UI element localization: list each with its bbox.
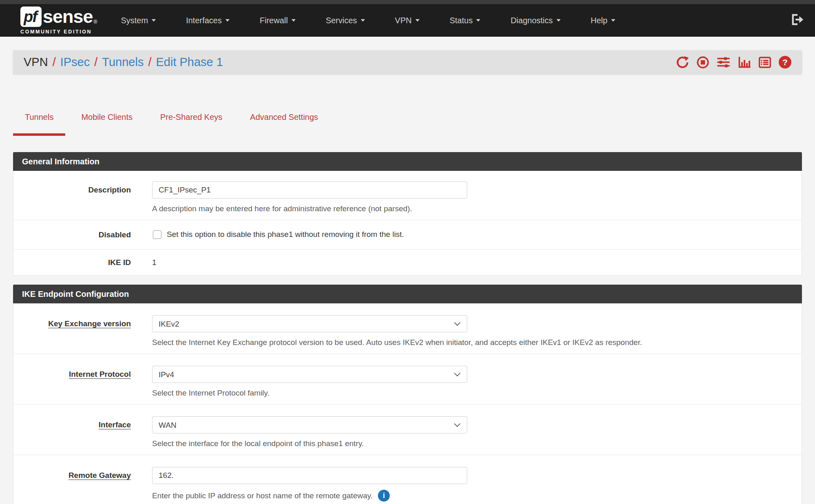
description-help: A description may be entered here for ad… (152, 204, 802, 213)
nav-item-services[interactable]: Services (326, 16, 365, 25)
pfsense-logo-row: pf sense ® (20, 6, 97, 27)
nav-item-interfaces[interactable]: Interfaces (186, 16, 230, 25)
form-row-ike-id: IKE ID 1 (13, 250, 802, 275)
internet-protocol-field: IPv4 Select the Internet Protocol family… (152, 366, 802, 398)
internet-protocol-select[interactable]: IPv4 (152, 366, 467, 383)
description-label: Description (13, 181, 131, 213)
description-field: A description may be entered here for ad… (152, 181, 802, 213)
internet-protocol-label: Internet Protocol (13, 366, 131, 398)
caret-down-icon (152, 19, 156, 22)
tab-pre-shared-keys[interactable]: Pre-Shared Keys (148, 109, 234, 136)
breadcrumb-item-vpn: VPN (24, 55, 48, 69)
nav-item-diagnostics-label: Diagnostics (510, 16, 552, 25)
remote-gateway-label: Remote Gateway (13, 467, 131, 502)
key-exchange-select-wrap: IKEv2 (152, 315, 467, 332)
refresh-icon[interactable] (676, 56, 689, 69)
form-row-disabled: Disabled Set this option to disable this… (13, 220, 802, 250)
ike-endpoint-header: IKE Endpoint Configuration (13, 285, 802, 303)
general-information-panel: Description A description may be entered… (13, 171, 802, 276)
remote-gateway-field: Enter the public IP address or host name… (152, 467, 802, 502)
ike-id-field: 1 (152, 258, 802, 267)
key-exchange-label: Key Exchange version (13, 315, 131, 347)
tab-bar: Tunnels Mobile Clients Pre-Shared Keys A… (13, 74, 802, 136)
tab-advanced-settings[interactable]: Advanced Settings (238, 109, 330, 136)
nav-item-vpn[interactable]: VPN (395, 16, 420, 25)
navbar-menu: System Interfaces Firewall Services VPN … (121, 16, 615, 25)
disabled-checkbox[interactable] (153, 230, 161, 239)
breadcrumb-bar: VPN / IPsec / Tunnels / Edit Phase 1 (13, 50, 802, 74)
breadcrumb-separator: / (94, 55, 97, 69)
key-exchange-select[interactable]: IKEv2 (152, 315, 467, 332)
general-information-section: General Information Description A descri… (13, 152, 802, 276)
ike-id-label: IKE ID (13, 258, 131, 267)
nav-item-help[interactable]: Help (591, 16, 615, 25)
caret-down-icon (361, 19, 365, 22)
help-icon[interactable]: ? (779, 56, 791, 69)
nav-item-status-label: Status (450, 16, 473, 25)
remote-gateway-input[interactable] (152, 467, 467, 484)
main-navbar: pf sense ® COMMUNITY EDITION System Inte… (0, 4, 815, 37)
remote-gateway-help-row: Enter the public IP address or host name… (152, 490, 802, 502)
caret-down-icon (415, 19, 420, 22)
key-exchange-help: Select the Internet Key Exchange protoco… (152, 338, 802, 347)
interface-select-wrap: WAN (152, 416, 467, 433)
caret-down-icon (557, 19, 561, 22)
nav-item-status[interactable]: Status (450, 16, 481, 25)
stop-icon[interactable] (696, 56, 709, 69)
log-icon[interactable] (758, 56, 771, 69)
logout-button[interactable] (790, 13, 804, 28)
nav-item-interfaces-label: Interfaces (186, 16, 222, 25)
nav-item-services-label: Services (326, 16, 357, 25)
breadcrumb-link-tunnels[interactable]: Tunnels (102, 55, 144, 69)
tab-mobile-clients[interactable]: Mobile Clients (69, 109, 144, 136)
breadcrumb-separator: / (148, 55, 151, 69)
bar-chart-icon[interactable] (738, 55, 751, 69)
info-icon[interactable]: i (378, 490, 390, 502)
logout-icon (790, 13, 804, 28)
caret-down-icon (611, 19, 615, 22)
nav-item-vpn-label: VPN (395, 16, 412, 25)
help-icon-glyph: ? (779, 56, 791, 69)
form-row-key-exchange: Key Exchange version IKEv2 Select the In… (13, 303, 802, 354)
caret-down-icon (292, 19, 296, 22)
pfsense-logo-sense: sense (43, 6, 93, 27)
disabled-checkbox-text: Set this option to disable this phase1 w… (167, 230, 404, 239)
form-row-interface: Interface WAN Select the interface for t… (13, 405, 802, 455)
caret-down-icon (476, 19, 480, 22)
interface-label: Interface (13, 416, 131, 448)
disabled-checkbox-row: Set this option to disable this phase1 w… (152, 230, 802, 239)
caret-down-icon (225, 19, 230, 22)
nav-item-diagnostics[interactable]: Diagnostics (510, 16, 560, 25)
pfsense-logo[interactable]: pf sense ® COMMUNITY EDITION (20, 6, 97, 35)
tab-tunnels[interactable]: Tunnels (13, 109, 65, 136)
window-top-strip (0, 0, 815, 4)
breadcrumb-action-icons: ? (676, 55, 791, 69)
nav-item-firewall[interactable]: Firewall (260, 16, 296, 25)
description-input[interactable] (152, 181, 467, 199)
key-exchange-field: IKEv2 Select the Internet Key Exchange p… (152, 315, 802, 347)
ike-endpoint-panel: Key Exchange version IKEv2 Select the In… (13, 303, 802, 504)
interface-select[interactable]: WAN (152, 416, 467, 433)
nav-item-help-label: Help (591, 16, 607, 25)
interface-help: Select the interface for the local endpo… (152, 439, 802, 448)
internet-protocol-select-wrap: IPv4 (152, 366, 467, 383)
internet-protocol-help: Select the Internet Protocol family. (152, 389, 802, 398)
breadcrumb-separator: / (53, 55, 56, 69)
general-information-header: General Information (13, 152, 802, 171)
disabled-label: Disabled (13, 230, 131, 239)
form-row-internet-protocol: Internet Protocol IPv4 Select the Intern… (13, 354, 802, 405)
community-edition-tagline: COMMUNITY EDITION (20, 29, 97, 35)
form-row-remote-gateway: Remote Gateway Enter the public IP addre… (13, 455, 802, 504)
ike-id-value: 1 (152, 258, 802, 267)
form-row-description: Description A description may be entered… (13, 171, 802, 220)
breadcrumb-link-edit-phase-1[interactable]: Edit Phase 1 (156, 55, 223, 69)
nav-item-system[interactable]: System (121, 16, 156, 25)
nav-item-firewall-label: Firewall (260, 16, 288, 25)
nav-item-system-label: System (121, 16, 148, 25)
pfsense-logo-pf-box: pf (20, 7, 42, 27)
remote-gateway-help: Enter the public IP address or host name… (152, 491, 373, 500)
breadcrumb-link-ipsec[interactable]: IPsec (60, 55, 90, 69)
pfsense-logo-pf: pf (24, 8, 37, 26)
ike-endpoint-section: IKE Endpoint Configuration Key Exchange … (13, 285, 802, 504)
sliders-icon[interactable] (717, 55, 730, 69)
